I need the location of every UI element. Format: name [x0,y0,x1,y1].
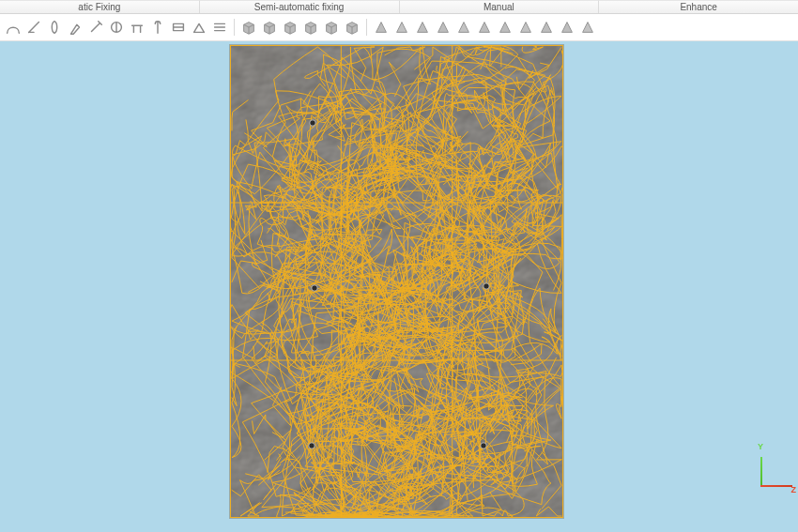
box-clip-icon[interactable] [322,18,341,37]
tab-enhance[interactable]: Enhance [599,0,798,13]
tri-expand-icon[interactable] [537,18,556,37]
toolbar [0,14,798,41]
loop-tool[interactable] [107,18,126,37]
toolbar-separator [234,19,235,36]
wand-tool[interactable] [66,18,84,37]
tri-shade-icon[interactable] [413,18,432,37]
svg-point-10 [309,443,315,448]
tri-solid-icon[interactable] [372,18,391,37]
tri-create-icon[interactable] [454,18,473,37]
box-wire-icon[interactable] [260,18,279,37]
box-add-icon[interactable] [281,18,299,37]
box-del-icon[interactable] [301,18,320,37]
toolbar-separator [366,19,367,36]
knife-tool[interactable] [86,18,105,37]
svg-point-8 [312,285,317,291]
svg-point-9 [483,283,489,289]
patch-tool[interactable] [190,18,208,37]
hammer-tool[interactable] [128,18,146,37]
box-solid-icon[interactable] [239,18,258,37]
shell-tool[interactable] [169,18,188,37]
tab-fixing[interactable]: atic Fixing [0,0,200,13]
tri-smooth-icon[interactable] [496,18,514,37]
axis-y-line [760,457,762,487]
svg-point-7 [310,120,315,126]
tri-wire-icon[interactable] [434,18,453,37]
brush-tool[interactable] [45,18,64,37]
viewport-3d[interactable]: Y Z [0,41,798,532]
tri-hard-icon[interactable] [516,18,535,37]
pin-tool[interactable] [148,18,167,37]
mesh-canvas[interactable] [230,45,563,518]
axis-z-line [760,485,792,487]
tab-manual[interactable]: Manual [400,0,600,13]
axis-y-label: Y [758,442,763,451]
lasso-tool[interactable] [24,18,43,37]
box-grid-icon[interactable] [343,18,361,37]
select-tool[interactable] [4,18,23,37]
remesh-tool[interactable] [210,18,229,37]
mode-tabbar: atic Fixing Semi-automatic fixing Manual… [0,0,798,14]
axis-z-label: Z [791,485,797,494]
tri-cut-icon[interactable] [475,18,494,37]
tab-semi[interactable]: Semi-automatic fixing [200,0,400,13]
tri-extrude-icon[interactable] [578,18,597,37]
axis-gizmo: Y Z [757,453,794,491]
svg-point-11 [481,443,486,448]
tri-flip-icon[interactable] [392,18,411,37]
tri-collapse-icon[interactable] [558,18,576,37]
